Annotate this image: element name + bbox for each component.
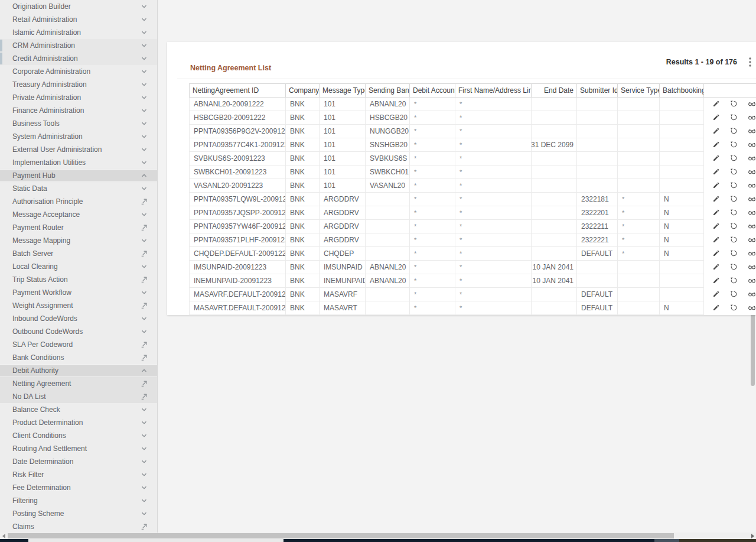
reset-button[interactable] (730, 155, 738, 163)
cell-id: PPNTA093577C4K1-20091223 (189, 138, 286, 152)
edit-button[interactable] (712, 168, 720, 177)
edit-button[interactable] (712, 100, 720, 109)
scroll-left-arrow-icon[interactable] (0, 533, 7, 539)
sidebar-item-routing-and-settlement[interactable]: Routing And Settlement (0, 442, 157, 455)
edit-button[interactable] (712, 291, 720, 299)
sidebar-item-message-mapping[interactable]: Message Mapping (0, 234, 157, 247)
edit-button[interactable] (712, 114, 720, 122)
sidebar-item-credit-administration[interactable]: Credit Administration (0, 52, 157, 65)
view-button[interactable] (748, 168, 756, 177)
view-button[interactable] (748, 223, 756, 231)
sidebar-item-outbound-codewords[interactable]: Outbound CodeWords (0, 325, 157, 338)
sidebar-item-payment-workflow[interactable]: Payment Workflow (0, 286, 157, 299)
view-button[interactable] (748, 128, 756, 136)
scroll-right-arrow-icon[interactable] (749, 533, 756, 539)
sidebar-item-treasury-administration[interactable]: Treasury Administration (0, 78, 157, 91)
reset-button[interactable] (730, 223, 738, 231)
edit-button[interactable] (712, 182, 720, 190)
sidebar-item-balance-check[interactable]: Balance Check (0, 403, 157, 416)
view-button[interactable] (748, 236, 756, 245)
reset-button[interactable] (730, 209, 738, 218)
sidebar-item-debit-authority[interactable]: Debit Authority (0, 364, 157, 377)
view-button[interactable] (748, 100, 756, 109)
sidebar-item-inbound-codewords[interactable]: Inbound CodeWords (0, 312, 157, 325)
view-button[interactable] (748, 250, 756, 258)
sidebar-item-client-conditions[interactable]: Client Conditions (0, 429, 157, 442)
sidebar-item-private-administration[interactable]: Private Administration (0, 91, 157, 104)
sidebar-item-corporate-administration[interactable]: Corporate Administration (0, 65, 157, 78)
reset-icon (730, 113, 738, 123)
sidebar-item-crm-administration[interactable]: CRM Administration (0, 39, 157, 52)
cell-service_type: * (618, 193, 660, 206)
reset-button[interactable] (730, 291, 738, 299)
sidebar-item-weight-assignment[interactable]: Weight Assignment (0, 299, 157, 312)
sidebar-item-message-acceptance[interactable]: Message Acceptance (0, 208, 157, 221)
reset-button[interactable] (730, 182, 738, 190)
sidebar-item-no-da-list[interactable]: No DA List (0, 390, 157, 403)
view-button[interactable] (748, 277, 756, 285)
sidebar-item-claims[interactable]: Claims (0, 520, 157, 533)
reset-button[interactable] (730, 114, 738, 122)
reset-button[interactable] (730, 250, 738, 258)
sidebar-item-islamic-administration[interactable]: Islamic Administration (0, 26, 157, 39)
view-button[interactable] (748, 114, 756, 122)
view-button[interactable] (748, 304, 756, 313)
view-button[interactable] (748, 264, 756, 272)
view-button[interactable] (748, 155, 756, 163)
sidebar-item-trip-status-action[interactable]: Trip Status Action (0, 273, 157, 286)
sidebar-item-external-user-administration[interactable]: External User Administration (0, 143, 157, 156)
reset-button[interactable] (730, 236, 738, 245)
reset-button[interactable] (730, 141, 738, 150)
edit-button[interactable] (712, 196, 720, 204)
edit-button[interactable] (712, 236, 720, 245)
sidebar-item-local-clearing[interactable]: Local Clearing (0, 260, 157, 273)
edit-button[interactable] (712, 250, 720, 258)
reset-button[interactable] (730, 264, 738, 272)
sidebar-item-product-determination[interactable]: Product Determination (0, 416, 157, 429)
sidebar-item-retail-administration[interactable]: Retail Administration (0, 13, 157, 26)
reset-button[interactable] (730, 168, 738, 177)
kebab-menu-icon[interactable] (745, 56, 755, 68)
reset-button[interactable] (730, 304, 738, 313)
edit-button[interactable] (712, 223, 720, 231)
cell-end_date (532, 233, 577, 247)
edit-button[interactable] (712, 128, 720, 136)
sidebar-item-fee-determination[interactable]: Fee Determination (0, 481, 157, 494)
sidebar-item-payment-hub[interactable]: Payment Hub (0, 169, 157, 182)
sidebar-item-batch-server[interactable]: Batch Server (0, 247, 157, 260)
view-button[interactable] (748, 196, 756, 204)
edit-button[interactable] (712, 155, 720, 163)
reset-button[interactable] (730, 100, 738, 109)
reset-button[interactable] (730, 128, 738, 136)
edit-button[interactable] (712, 209, 720, 218)
horizontal-scrollbar-thumb[interactable] (8, 533, 674, 538)
sidebar-item-filtering[interactable]: Filtering (0, 494, 157, 507)
sidebar-item-static-data[interactable]: Static Data (0, 182, 157, 195)
sidebar-item-system-administration[interactable]: System Administration (0, 130, 157, 143)
edit-button[interactable] (712, 277, 720, 285)
sidebar-item-posting-scheme[interactable]: Posting Scheme (0, 507, 157, 520)
chevron-down-icon (140, 159, 148, 167)
edit-button[interactable] (712, 141, 720, 150)
sidebar-item-finance-administration[interactable]: Finance Administration (0, 104, 157, 117)
view-button[interactable] (748, 182, 756, 190)
sidebar-item-implementation-utilities[interactable]: Implementation Utilities (0, 156, 157, 169)
edit-button[interactable] (712, 264, 720, 272)
sidebar-item-risk-filter[interactable]: Risk Filter (0, 468, 157, 481)
reset-button[interactable] (730, 277, 738, 285)
sidebar-item-netting-agreement[interactable]: Netting Agreement (0, 377, 157, 390)
cell-batchbooking: N (660, 206, 704, 220)
view-button[interactable] (748, 209, 756, 218)
wildcard-value: * (622, 209, 624, 216)
sidebar-item-payment-router[interactable]: Payment Router (0, 221, 157, 234)
sidebar-item-authorisation-principle[interactable]: Authorisation Principle (0, 195, 157, 208)
view-button[interactable] (748, 141, 756, 150)
sidebar-item-business-tools[interactable]: Business Tools (0, 117, 157, 130)
sidebar-item-bank-conditions[interactable]: Bank Conditions (0, 351, 157, 364)
view-button[interactable] (748, 291, 756, 299)
reset-button[interactable] (730, 196, 738, 204)
edit-button[interactable] (712, 304, 720, 313)
sidebar-item-sla-per-codeword[interactable]: SLA Per Codeword (0, 338, 157, 351)
sidebar-item-date-determination[interactable]: Date Determination (0, 455, 157, 468)
sidebar-item-origination-builder[interactable]: Origination Builder (0, 0, 157, 13)
